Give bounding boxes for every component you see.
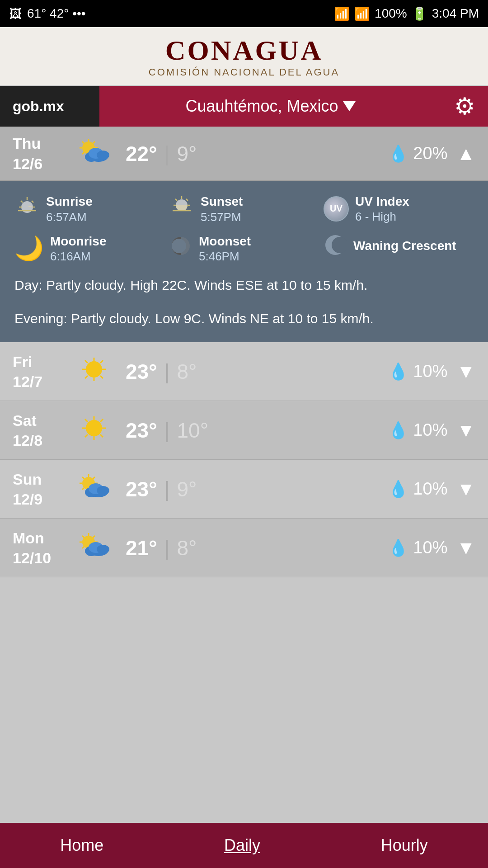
rain-pct: 10%: [413, 420, 447, 440]
location-selector[interactable]: Cuauhtémoc, Mexico: [99, 97, 441, 116]
thu-label: Thu 12/6: [13, 133, 67, 173]
svg-line-7: [93, 142, 95, 143]
banner-subtitle: COMISIÓN NACIONAL DEL AGUA: [149, 66, 339, 78]
svg-point-33: [86, 361, 102, 377]
moonset-icon: [169, 234, 192, 263]
temp-high: 21°: [126, 536, 157, 560]
temp-high: 23°: [126, 418, 157, 443]
rain-section: 💧 10%: [388, 538, 447, 557]
temp-low: 9°: [177, 477, 197, 501]
battery-label: 100%: [375, 6, 407, 21]
temp-high: 23°: [126, 359, 157, 384]
svg-line-38: [85, 360, 88, 363]
svg-point-63: [97, 486, 109, 495]
status-left: 🖼 61° 42° •••: [9, 6, 86, 21]
status-bar: 🖼 61° 42° ••• 📶 📶 100% 🔋 3:04 PM: [0, 0, 488, 27]
weather-icon: [76, 529, 112, 566]
conagua-banner: CONAGUA COMISIÓN NACIONAL DEL AGUA: [0, 27, 488, 86]
moonrise-time: 6:16AM: [50, 250, 106, 264]
svg-point-42: [86, 420, 102, 436]
svg-line-5: [82, 142, 84, 143]
svg-line-40: [100, 360, 103, 363]
rain-drop-icon: 💧: [388, 480, 408, 499]
rain-section: 💧 10%: [388, 362, 447, 381]
signal-icon: 📶: [354, 6, 370, 21]
moonrise-icon: 🌙: [14, 235, 44, 262]
uv-label: UV Index: [355, 193, 409, 210]
sunset-icon: [169, 193, 194, 224]
svg-line-8: [82, 152, 84, 154]
temp-sep: |: [164, 359, 170, 384]
svg-line-18: [32, 201, 33, 203]
sunrise-label: Sunrise: [46, 193, 93, 210]
svg-line-56: [82, 477, 84, 479]
rain-pct: 10%: [413, 538, 447, 557]
uv-value: 6 - High: [355, 210, 409, 224]
nav-daily[interactable]: Daily: [206, 831, 278, 859]
expand-button[interactable]: ▼: [456, 420, 475, 441]
temp-low: 8°: [177, 359, 197, 384]
forecast-row-mon[interactable]: Mon 12/10 21° | 8° 💧 10% ▼: [0, 519, 488, 577]
svg-line-48: [100, 434, 103, 437]
rain-drop-icon: 💧: [388, 538, 408, 557]
forecast-row-fri[interactable]: Fri 12/7 23° | 8° 💧 10% ▼: [0, 342, 488, 401]
solar-lunar-grid: Sunrise 6:57AM: [14, 193, 474, 264]
forecast-list: Fri 12/7 23° | 8° 💧 10% ▼ Sat 12/8 23° |…: [0, 342, 488, 627]
forecast-row-sun[interactable]: Sun 12/9 23° | 9° 💧 10% ▼: [0, 460, 488, 519]
settings-button[interactable]: ⚙: [441, 93, 488, 120]
sunset-item: Sunset 5:57PM: [169, 193, 319, 224]
svg-point-76: [97, 545, 109, 554]
weather-icon: [76, 353, 112, 390]
location-dropdown-arrow: [343, 101, 356, 111]
svg-line-41: [85, 376, 88, 378]
rain-drop-icon: 💧: [388, 144, 408, 163]
moonrise-label: Moonrise: [50, 233, 106, 250]
bottom-nav: Home Daily Hourly: [0, 823, 488, 868]
rain-section: 💧 10%: [388, 420, 447, 440]
nav-hourly[interactable]: Hourly: [363, 831, 446, 859]
svg-line-49: [100, 419, 103, 422]
moonset-time: 5:46PM: [199, 250, 251, 264]
banner-title: CONAGUA: [165, 34, 323, 66]
expand-button[interactable]: ▼: [456, 537, 475, 559]
moon-phase-label: Waning Crescent: [353, 238, 456, 254]
thu-temp-sep: |: [164, 142, 170, 166]
rain-drop-icon: 💧: [388, 421, 408, 440]
temp-low: 8°: [177, 536, 197, 560]
photo-icon: 🖼: [9, 6, 22, 21]
nav-home[interactable]: Home: [42, 831, 122, 859]
moon-phase-item: Waning Crescent: [324, 233, 474, 264]
thu-rain-pct: 20%: [413, 144, 447, 163]
thu-temp-high: 22°: [126, 142, 157, 166]
forecast-row-sat[interactable]: Sat 12/8 23° | 10° 💧 10% ▼: [0, 401, 488, 460]
wifi-icon: 📶: [334, 6, 350, 21]
moonrise-item: 🌙 Moonrise 6:16AM: [14, 233, 164, 264]
gob-logo: gob.mx: [0, 86, 99, 127]
thu-temp-low: 9°: [177, 142, 197, 166]
svg-line-71: [93, 536, 95, 538]
sunrise-item: Sunrise 6:57AM: [14, 193, 164, 224]
status-right: 📶 📶 100% 🔋 3:04 PM: [334, 6, 479, 21]
expand-button[interactable]: ▼: [456, 478, 475, 500]
sunset-time: 5:57PM: [201, 210, 243, 224]
thu-weather-icon: [76, 135, 112, 172]
day-label: Sun 12/9: [13, 469, 67, 509]
day-label: Mon 12/10: [13, 528, 67, 568]
svg-line-50: [85, 434, 88, 437]
day-label: Sat 12/8: [13, 410, 67, 450]
svg-point-30: [172, 239, 186, 253]
temp-sep: |: [164, 536, 170, 560]
thu-expand-button[interactable]: ▲: [456, 143, 475, 165]
thu-day-row[interactable]: Thu 12/6 22° | 9° �: [0, 127, 488, 181]
rain-drop-icon: 💧: [388, 362, 408, 381]
sunrise-icon: [14, 193, 40, 224]
sunset-label: Sunset: [201, 193, 243, 210]
uv-item: UV UV Index 6 - High: [324, 193, 474, 224]
svg-point-12: [97, 151, 109, 160]
waning-crescent-icon: [324, 233, 347, 259]
location-name: Cuauhtémoc, Mexico: [185, 97, 338, 116]
svg-line-39: [100, 376, 103, 378]
thu-rain: 💧 20%: [388, 144, 447, 163]
svg-line-59: [82, 488, 84, 490]
expand-button[interactable]: ▼: [456, 361, 475, 382]
